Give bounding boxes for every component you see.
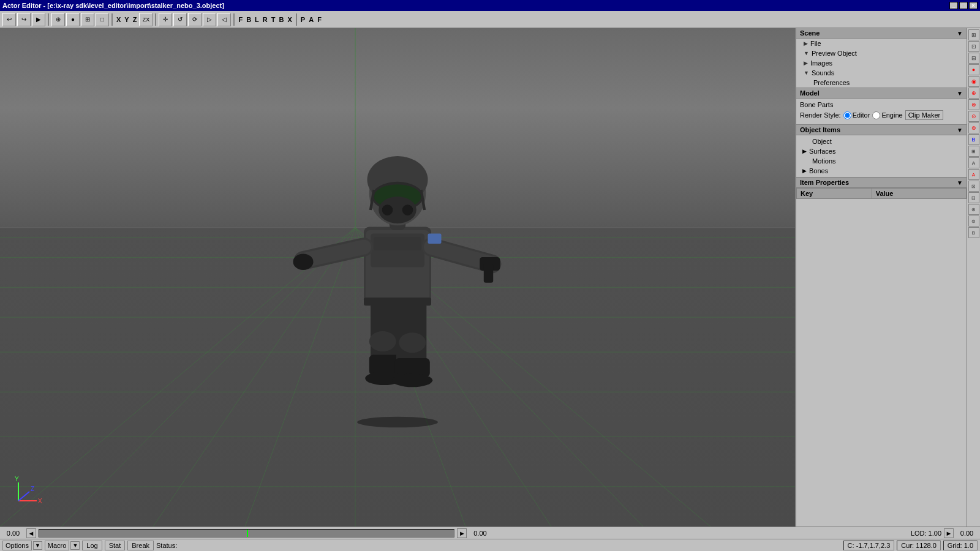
- clip-maker-button[interactable]: Clip Maker: [905, 110, 944, 120]
- scene-item-preview-object[interactable]: ▼ Preview Object: [796, 48, 967, 58]
- render-editor-input[interactable]: [843, 111, 851, 119]
- macro-arrow[interactable]: ▼: [70, 541, 80, 550]
- svg-point-35: [293, 254, 314, 270]
- bones-label: Bones: [809, 167, 828, 174]
- toolbar-btn-arrow[interactable]: ▷: [203, 13, 216, 26]
- icon-btn-17[interactable]: ⊜: [968, 216, 979, 227]
- scene-item-preferences[interactable]: Preferences: [796, 78, 967, 88]
- timeline-arrow-right2[interactable]: ►: [944, 528, 954, 538]
- toolbar-btn-square[interactable]: □: [96, 13, 109, 26]
- object-item-bones[interactable]: ▶ Bones: [796, 166, 967, 176]
- coordinates-display: C: -1.7,1.7,2.3: [843, 541, 895, 550]
- bone-parts-row: Bone Parts: [800, 101, 963, 108]
- minimize-button[interactable]: _: [949, 2, 958, 9]
- icon-btn-10[interactable]: B: [968, 134, 979, 145]
- toolbar-btn-crosshair[interactable]: ⊕: [51, 13, 65, 26]
- svg-rect-50: [428, 234, 442, 244]
- toolbar-b-label: B: [245, 16, 252, 23]
- right-panel: Scene ▼ ▶ File ▼ Preview Object ▶ Images…: [795, 28, 967, 527]
- object-item-motions[interactable]: Motions: [796, 156, 967, 166]
- sounds-label: Sounds: [812, 69, 834, 77]
- options-btn[interactable]: Options: [2, 541, 32, 550]
- timeline-arrow-left[interactable]: ◄: [26, 528, 36, 538]
- object-item-object[interactable]: Object: [796, 137, 967, 146]
- stat-button[interactable]: Stat: [105, 541, 126, 550]
- object-items-expand-icon: ▼: [957, 127, 963, 133]
- toolbar-btn-circle[interactable]: ●: [66, 13, 80, 26]
- scene-item-file[interactable]: ▶ File: [796, 39, 967, 48]
- timeline-arrow-right[interactable]: ►: [457, 528, 467, 538]
- toolbar-btn-undo[interactable]: ↩: [2, 13, 16, 26]
- options-arrow[interactable]: ▼: [33, 541, 42, 550]
- icon-btn-15[interactable]: ⊟: [968, 192, 979, 203]
- scene-item-images[interactable]: ▶ Images: [796, 58, 967, 68]
- render-engine-radio[interactable]: Engine: [872, 111, 902, 119]
- toolbar-btn-scale[interactable]: ⟳: [188, 13, 202, 26]
- toolbar-sep-4: [233, 13, 235, 26]
- preview-object-label: Preview Object: [812, 50, 857, 57]
- item-properties-section: Item Properties ▼ Key Value: [796, 178, 967, 527]
- toolbar-y-label: Y: [123, 16, 130, 23]
- model-content: Bone Parts Render Style: Editor Engine C…: [796, 99, 967, 124]
- toolbar-a-label: A: [307, 16, 315, 23]
- object-item-surfaces[interactable]: ▶ Surfaces: [796, 146, 967, 156]
- timeline-left-value: 0.00: [2, 530, 24, 537]
- timeline-track[interactable]: [39, 529, 454, 538]
- icon-btn-11[interactable]: ⊞: [968, 146, 979, 157]
- close-button[interactable]: ×: [969, 2, 978, 9]
- icon-btn-6[interactable]: ⊕: [968, 88, 979, 99]
- icon-btn-12[interactable]: A: [968, 157, 979, 168]
- scene-section: Scene ▼ ▶ File ▼ Preview Object ▶ Images…: [796, 28, 967, 88]
- icon-btn-5[interactable]: ◉: [968, 76, 979, 87]
- svg-point-51: [369, 331, 396, 351]
- icon-btn-4[interactable]: ●: [968, 64, 979, 75]
- break-button[interactable]: Break: [127, 541, 154, 550]
- svg-text:X: X: [38, 498, 42, 504]
- motions-label: Motions: [812, 157, 836, 165]
- render-editor-radio[interactable]: Editor: [843, 111, 870, 119]
- icon-btn-7[interactable]: ⊗: [968, 99, 979, 110]
- maximize-button[interactable]: □: [959, 2, 968, 9]
- icon-btn-1[interactable]: ⊞: [968, 29, 979, 40]
- toolbar-bx-label: B: [278, 16, 285, 23]
- toolbar-btn-rotate[interactable]: ↺: [173, 13, 187, 26]
- toolbar-btn-play[interactable]: ▶: [32, 13, 45, 26]
- icon-btn-13[interactable]: A: [968, 169, 979, 180]
- toolbar-btn-back[interactable]: ◁: [217, 13, 231, 26]
- svg-rect-31: [374, 237, 421, 250]
- viewport[interactable]: X Y Z: [0, 28, 795, 527]
- model-header[interactable]: Model ▼: [796, 88, 967, 99]
- svg-text:Z: Z: [31, 485, 34, 492]
- icon-btn-8[interactable]: ⊙: [968, 111, 979, 122]
- item-properties-header[interactable]: Item Properties ▼: [796, 178, 967, 188]
- icon-btn-16[interactable]: ⊛: [968, 204, 979, 215]
- icon-btn-14[interactable]: ⊡: [968, 181, 979, 192]
- icon-btn-2[interactable]: ⊡: [968, 41, 979, 52]
- svg-point-46: [382, 204, 393, 216]
- scene-item-sounds[interactable]: ▼ Sounds: [796, 68, 967, 78]
- value-header: Value: [872, 189, 966, 199]
- render-engine-input[interactable]: [872, 111, 880, 119]
- toolbar-r-label: R: [262, 16, 269, 23]
- timeline-marker: [247, 530, 248, 537]
- toolbar-ff-label: F: [316, 16, 323, 23]
- toolbar-btn-redo[interactable]: ↪: [17, 13, 31, 26]
- render-style-label: Render Style:: [800, 111, 841, 119]
- axis-indicator: X Y Z: [12, 476, 43, 508]
- log-button[interactable]: Log: [82, 541, 102, 550]
- toolbar-btn-grid[interactable]: ⊞: [81, 13, 94, 26]
- icon-btn-18[interactable]: B: [968, 227, 979, 238]
- file-label: File: [810, 40, 821, 47]
- svg-point-52: [399, 332, 426, 353]
- model-expand-icon: ▼: [957, 90, 963, 97]
- scene-header[interactable]: Scene ▼: [796, 28, 967, 39]
- toolbar-btn-move[interactable]: ✛: [159, 13, 172, 26]
- icon-btn-9[interactable]: ⊚: [968, 122, 979, 133]
- macro-btn[interactable]: Macro: [45, 541, 70, 550]
- icon-btn-3[interactable]: ⊟: [968, 53, 979, 64]
- toolbar-btn-zx[interactable]: ZX: [139, 13, 153, 26]
- object-items-header[interactable]: Object Items ▼: [796, 125, 967, 135]
- render-editor-label: Editor: [853, 111, 870, 119]
- title-text: Actor Editor - [e:\x-ray sdk\level_edito…: [2, 2, 224, 9]
- main-layout: X Y Z Scene ▼ ▶ File ▼ Previe: [0, 28, 980, 527]
